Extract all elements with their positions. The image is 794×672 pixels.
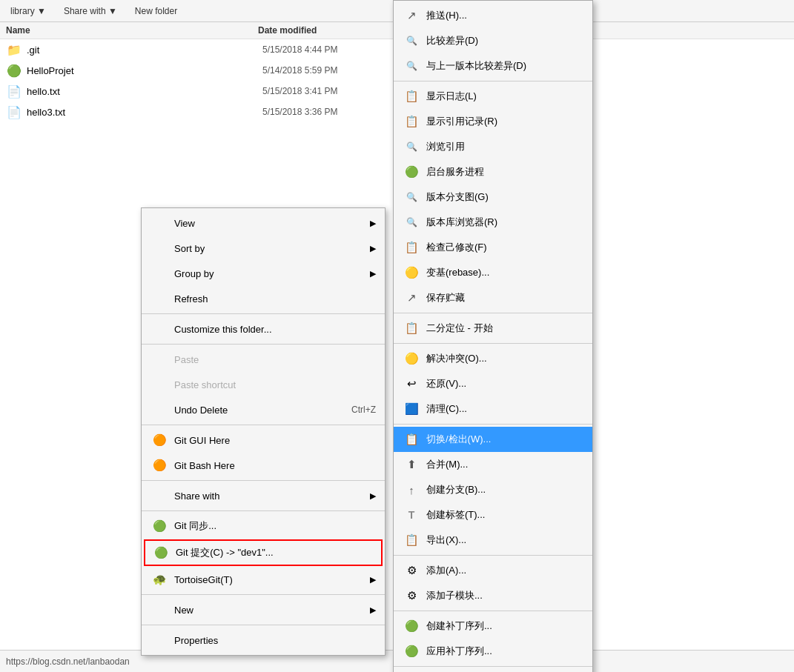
menu-item-undo-delete[interactable]: Undo Delete Ctrl+Z	[142, 397, 385, 422]
menu-right-settings[interactable]: 🔍 设置(S)	[394, 669, 592, 672]
menu-right-stash[interactable]: ↗ 保存贮藏	[394, 285, 592, 310]
diff-prev-icon: 🔍	[403, 57, 420, 75]
menu-item-share-with[interactable]: Share with ▶	[142, 483, 385, 508]
menu-right-push[interactable]: ↗ 推送(H)...	[394, 3, 592, 28]
menu-right-check-mod[interactable]: 📋 检查己修改(F)	[394, 235, 592, 260]
add-submodule-icon: ⚙	[403, 587, 420, 605]
menu-right-merge[interactable]: ⬆ 合并(M)...	[394, 452, 592, 477]
git-sync-icon: 🟢	[150, 517, 168, 535]
menu-item-label: 还原(V)...	[426, 377, 583, 390]
git-bash-icon: 🟠	[150, 456, 168, 474]
create-patch-icon: 🟢	[403, 617, 420, 635]
menu-item-new[interactable]: New ▶	[142, 597, 385, 622]
check-mod-icon: 📋	[403, 239, 420, 256]
menu-item-label: View	[174, 218, 370, 229]
menu-right-export[interactable]: 📋 导出(X)...	[394, 528, 592, 553]
create-tag-icon: T	[403, 506, 420, 524]
menu-item-label: Undo Delete	[174, 405, 337, 416]
menu-right-add[interactable]: ⚙ 添加(A)...	[394, 558, 592, 583]
menu-item-customize[interactable]: Customize this folder...	[142, 316, 385, 342]
menu-item-label: 变基(rebase)...	[426, 266, 583, 279]
menu-right-rebase[interactable]: 🟡 变基(rebase)...	[394, 260, 592, 285]
menu-right-switch-checkout[interactable]: 📋 切换/检出(W)...	[394, 427, 592, 452]
apply-patch-icon: 🟢	[403, 642, 420, 660]
menu-right-create-tag[interactable]: T 创建标签(T)...	[394, 502, 592, 528]
export-icon: 📋	[403, 531, 420, 549]
menu-item-label: Git 同步...	[174, 519, 376, 533]
submenu-arrow: ▶	[370, 491, 376, 501]
push-icon: ↗	[403, 7, 420, 24]
menu-item-label: Share with	[174, 490, 370, 502]
menu-right-branch-graph[interactable]: 🔍 版本分支图(G)	[394, 184, 592, 210]
menu-item-label: 版本库浏览器(R)	[426, 216, 583, 229]
menu-item-git-bash[interactable]: 🟠 Git Bash Here	[142, 453, 385, 478]
menu-right-create-patch[interactable]: 🟢 创建补丁序列...	[394, 613, 592, 639]
menu-item-label: Sort by	[174, 243, 370, 254]
refresh-icon	[150, 290, 168, 307]
menu-item-view[interactable]: View ▶	[142, 210, 385, 236]
menu-right-diff-prev[interactable]: 🔍 与上一版本比较差异(D)	[394, 53, 592, 79]
menu-right-revert[interactable]: ↩ 还原(V)...	[394, 371, 592, 396]
browse-icon: 🔍	[403, 138, 420, 156]
menu-separator	[142, 625, 385, 625]
menu-right-repo-browser[interactable]: 🔍 版本库浏览器(R)	[394, 210, 592, 235]
resolve-icon: 🟡	[403, 350, 420, 367]
submenu-arrow: ▶	[370, 575, 376, 585]
menu-item-label: Group by	[174, 268, 370, 279]
menu-item-label: Git Bash Here	[174, 460, 376, 471]
toolbar-new-folder[interactable]: New folder	[130, 4, 182, 18]
menu-separator	[142, 425, 385, 425]
menu-separator	[142, 313, 385, 314]
menu-item-label: 版本分支图(G)	[426, 190, 583, 204]
tortoisegit-icon: 🐢	[150, 570, 168, 588]
header-name: Name	[6, 25, 258, 36]
menu-item-label: 应用补丁序列...	[426, 645, 583, 658]
menu-right-resolve[interactable]: 🟡 解决冲突(O)...	[394, 346, 592, 371]
folder-icon: 📁	[6, 41, 22, 58]
menu-right-daemon[interactable]: 🟢 启台服务进程	[394, 159, 592, 184]
diff-icon: 🔍	[403, 32, 420, 50]
menu-item-git-commit[interactable]: 🟢 Git 提交(C) -> "dev1"...	[144, 539, 383, 566]
menu-item-label: 添加子模块...	[426, 589, 583, 602]
undo-icon	[150, 401, 168, 419]
menu-right-add-submodule[interactable]: ⚙ 添加子模块...	[394, 583, 592, 608]
menu-item-label: Refresh	[174, 293, 376, 305]
menu-separator	[394, 343, 592, 344]
menu-item-label: 合并(M)...	[426, 458, 583, 471]
menu-item-paste-shortcut[interactable]: Paste shortcut	[142, 372, 385, 397]
menu-right-bisect[interactable]: 📋 二分定位 - 开始	[394, 316, 592, 341]
menu-item-sort-by[interactable]: Sort by ▶	[142, 236, 385, 261]
toolbar-library[interactable]: library ▼	[6, 4, 50, 18]
menu-item-label: 创建分支(B)...	[426, 483, 583, 496]
menu-item-group-by[interactable]: Group by ▶	[142, 261, 385, 286]
menu-item-label: 推送(H)...	[426, 9, 583, 22]
log-icon: 📋	[403, 87, 420, 105]
add-icon: ⚙	[403, 562, 420, 579]
menu-item-label: 显示引用记录(R)	[426, 115, 583, 128]
menu-item-refresh[interactable]: Refresh	[142, 286, 385, 311]
menu-item-paste[interactable]: Paste	[142, 347, 385, 372]
submenu-arrow: ▶	[370, 605, 376, 615]
menu-right-apply-patch[interactable]: 🟢 应用补丁序列...	[394, 639, 592, 664]
menu-right-create-branch[interactable]: ↑ 创建分支(B)...	[394, 477, 592, 502]
menu-separator	[142, 480, 385, 481]
stash-icon: ↗	[403, 289, 420, 307]
menu-item-properties[interactable]: Properties	[142, 628, 385, 653]
menu-right-browse-ref[interactable]: 🔍 浏览引用	[394, 134, 592, 159]
menu-right-show-log[interactable]: 📋 显示日志(L)	[394, 84, 592, 109]
menu-item-git-sync[interactable]: 🟢 Git 同步...	[142, 513, 385, 539]
menu-item-label: Paste	[174, 354, 376, 365]
toolbar-share[interactable]: Share with ▼	[59, 4, 122, 18]
submenu-arrow: ▶	[370, 244, 376, 253]
menu-right-diff[interactable]: 🔍 比较差异(D)	[394, 28, 592, 53]
menu-item-label: Paste shortcut	[174, 379, 376, 390]
switch-icon: 📋	[403, 430, 420, 448]
group-icon	[150, 265, 168, 282]
menu-item-label: Properties	[174, 635, 376, 646]
menu-item-tortoisegit[interactable]: 🐢 TortoiseGit(T) ▶	[142, 567, 385, 592]
git-gui-icon: 🟠	[150, 431, 168, 449]
menu-right-show-ref[interactable]: 📋 显示引用记录(R)	[394, 109, 592, 134]
menu-item-git-gui[interactable]: 🟠 Git GUI Here	[142, 428, 385, 453]
menu-right-clean[interactable]: 🟦 清理(C)...	[394, 396, 592, 422]
git-commit-icon: 🟢	[152, 544, 170, 562]
